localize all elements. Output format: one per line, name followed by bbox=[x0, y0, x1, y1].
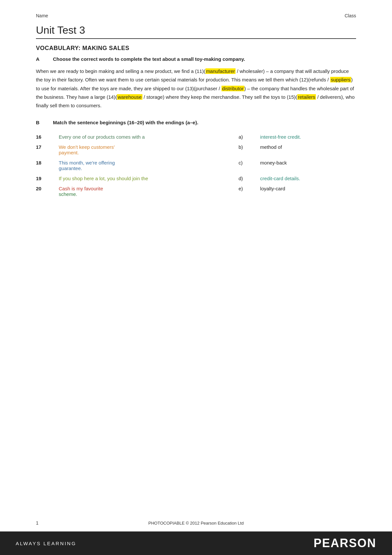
answer-15: retailers bbox=[297, 94, 316, 100]
match-end-b: method of bbox=[260, 142, 356, 158]
class-label: Class bbox=[345, 13, 356, 18]
match-begin-18: This month, we're offering guarantee. bbox=[59, 158, 239, 173]
section-a-letter: A bbox=[36, 56, 53, 62]
match-begin-18-cont: guarantee. bbox=[59, 165, 82, 171]
match-end-d: credit-card details. bbox=[260, 173, 356, 183]
match-begin-20-cont: scheme. bbox=[59, 191, 77, 197]
section-a-header: A Choose the correct words to complete t… bbox=[36, 56, 356, 65]
match-row-17: 17 We don't keep customers' payment. b) … bbox=[36, 142, 356, 158]
answer-11: manufacturer bbox=[205, 68, 236, 74]
match-num-18: 18 bbox=[36, 158, 59, 173]
match-block: 16 Every one of our products comes with … bbox=[36, 132, 356, 199]
match-begin-18-text: This month, we're offering bbox=[59, 160, 115, 165]
match-connector-e: e) bbox=[238, 183, 260, 199]
match-num-20: 20 bbox=[36, 183, 59, 199]
footer-always-learning: ALWAYS LEARNING bbox=[16, 541, 76, 546]
match-begin-19: If you shop here a lot, you should join … bbox=[59, 173, 239, 183]
match-connector-a: a) bbox=[238, 132, 260, 142]
page-title: Unit Test 3 bbox=[36, 24, 356, 39]
match-connector-d: d) bbox=[238, 173, 260, 183]
section-a-paragraph: When we are ready to begin making and se… bbox=[36, 67, 356, 110]
match-row-16: 16 Every one of our products comes with … bbox=[36, 132, 356, 142]
section-b-instruction: Match the sentence beginnings (16–20) wi… bbox=[53, 120, 198, 125]
section-b-letter: B bbox=[36, 120, 53, 125]
match-begin-16: Every one of our products comes with a bbox=[59, 132, 239, 142]
section-b-header: B Match the sentence beginnings (16–20) … bbox=[36, 120, 356, 130]
match-num-17: 17 bbox=[36, 142, 59, 158]
match-row-18: 18 This month, we're offering guarantee.… bbox=[36, 158, 356, 173]
match-num-19: 19 bbox=[36, 173, 59, 183]
match-connector-b: b) bbox=[238, 142, 260, 158]
page-number: 1 bbox=[36, 520, 39, 526]
match-begin-17-text: We don't keep customers' bbox=[59, 144, 115, 150]
match-begin-17: We don't keep customers' payment. bbox=[59, 142, 239, 158]
footer-copyright: PHOTOCOPIABLE © 2012 Pearson Education L… bbox=[148, 521, 244, 526]
section-b: B Match the sentence beginnings (16–20) … bbox=[36, 120, 356, 199]
match-connector-c: c) bbox=[238, 158, 260, 173]
answer-13: distributor bbox=[221, 86, 244, 91]
content-area: Name Class Unit Test 3 Vocabulary: Makin… bbox=[0, 0, 392, 238]
answer-14: warehouse bbox=[117, 94, 142, 100]
match-row-20: 20 Cash is my favourite scheme. e) loyal… bbox=[36, 183, 356, 199]
match-end-c: money-back bbox=[260, 158, 356, 173]
match-end-a: interest-free credit. bbox=[260, 132, 356, 142]
match-num-16: 16 bbox=[36, 132, 59, 142]
match-begin-20-text: Cash is my favourite bbox=[59, 186, 103, 191]
section-a: A Choose the correct words to complete t… bbox=[36, 56, 356, 110]
match-row-19: 19 If you shop here a lot, you should jo… bbox=[36, 173, 356, 183]
footer-pearson: PEARSON bbox=[314, 536, 376, 550]
match-begin-17-cont: payment. bbox=[59, 150, 79, 155]
page: Name Class Unit Test 3 Vocabulary: Makin… bbox=[0, 0, 392, 555]
section-vocab-heading: Vocabulary: Making Sales bbox=[36, 45, 356, 52]
match-end-e: loyalty-card bbox=[260, 183, 356, 199]
answer-12: suppliers bbox=[330, 77, 351, 82]
name-label: Name bbox=[36, 13, 48, 18]
section-a-instruction: Choose the correct words to complete the… bbox=[53, 56, 245, 62]
footer-bar: ALWAYS LEARNING PEARSON bbox=[0, 531, 392, 555]
match-begin-20: Cash is my favourite scheme. bbox=[59, 183, 239, 199]
meta-row: Name Class bbox=[36, 13, 356, 18]
